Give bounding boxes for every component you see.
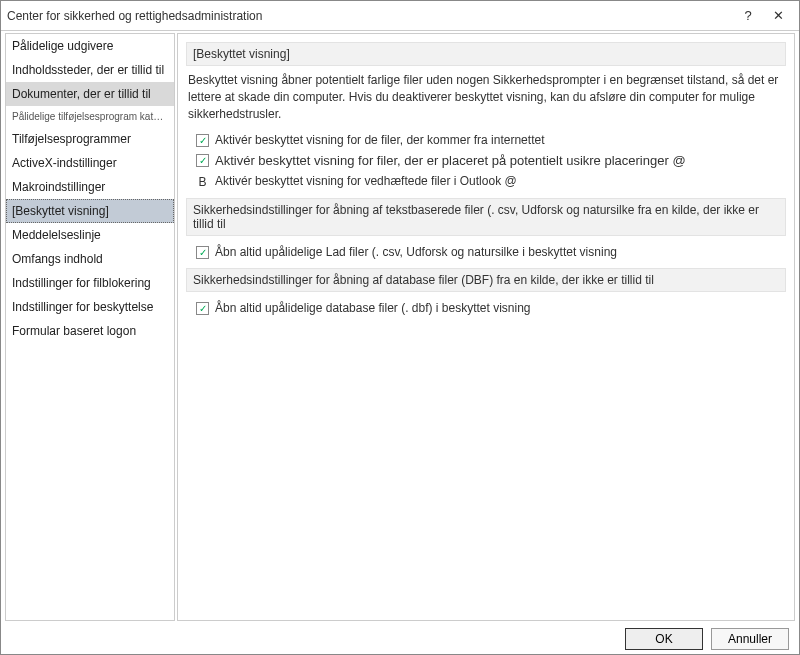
titlebar: Center for sikkerhed og rettighedsadmini…	[1, 1, 799, 31]
sidebar-item-message-bar[interactable]: Meddelelseslinje	[6, 223, 174, 247]
checkbox-icon[interactable]	[196, 134, 209, 147]
help-icon[interactable]: ?	[733, 2, 763, 30]
window-title: Center for sikkerhed og rettighedsadmini…	[7, 9, 262, 23]
option-label: Aktivér beskyttet visning for filer, der…	[215, 153, 686, 168]
option-open-untrusted-dbf-pv[interactable]: Åbn altid upålidelige database filer (. …	[186, 298, 786, 318]
sidebar-item-addins[interactable]: Tilføjelsesprogrammer	[6, 127, 174, 151]
section-header-protected-view: [Beskyttet visning]	[186, 42, 786, 66]
sidebar-item-file-block-settings[interactable]: Indstillinger for filblokering	[6, 271, 174, 295]
sidebar-item-protected-view[interactable]: [Beskyttet visning]	[6, 199, 174, 223]
option-enable-pv-unsafe-locations[interactable]: Aktivér beskyttet visning for filer, der…	[186, 150, 786, 171]
option-open-untrusted-text-files-pv[interactable]: Åbn altid upålidelige Lad filer (. csv, …	[186, 242, 786, 262]
option-label: Aktivér beskyttet visning for de filer, …	[215, 133, 544, 147]
footer: OK Annuller	[1, 623, 799, 655]
content-panel: [Beskyttet visning] Beskyttet visning åb…	[177, 33, 795, 621]
sidebar-item-external-content[interactable]: Omfangs indhold	[6, 247, 174, 271]
section-header-dbf-files: Sikkerhedsindstillinger for åbning af da…	[186, 268, 786, 292]
sidebar-item-trusted-documents[interactable]: Dokumenter, der er tillid til	[6, 82, 174, 106]
sidebar-item-form-based-signin[interactable]: Formular baseret logon	[6, 319, 174, 343]
cancel-button[interactable]: Annuller	[711, 628, 789, 650]
sidebar: Pålidelige udgivere Indholdssteder, der …	[5, 33, 175, 621]
sidebar-item-privacy-options[interactable]: Indstillinger for beskyttelse	[6, 295, 174, 319]
checkbox-icon[interactable]	[196, 302, 209, 315]
sidebar-item-trusted-addin-catalogs[interactable]: Pålidelige tilføjelsesprogram kataloger	[6, 106, 174, 127]
ok-button[interactable]: OK	[625, 628, 703, 650]
option-enable-pv-outlook-attachments[interactable]: B Aktivér beskyttet visning for vedhæfte…	[186, 171, 786, 192]
sidebar-item-trusted-locations[interactable]: Indholdssteder, der er tillid til	[6, 58, 174, 82]
protected-view-description: Beskyttet visning åbner potentielt farli…	[188, 72, 784, 122]
checkbox-icon[interactable]	[196, 246, 209, 259]
bullet-icon: B	[196, 175, 209, 189]
close-icon[interactable]: ✕	[763, 2, 793, 30]
sidebar-item-activex-settings[interactable]: ActiveX-indstillinger	[6, 151, 174, 175]
option-label: Åbn altid upålidelige database filer (. …	[215, 301, 531, 315]
option-label: Aktivér beskyttet visning for vedhæftede…	[215, 174, 517, 188]
sidebar-item-trusted-publishers[interactable]: Pålidelige udgivere	[6, 34, 174, 58]
sidebar-item-macro-settings[interactable]: Makroindstillinger	[6, 175, 174, 199]
section-header-text-files: Sikkerhedsindstillinger for åbning af te…	[186, 198, 786, 236]
checkbox-icon[interactable]	[196, 154, 209, 167]
option-label: Åbn altid upålidelige Lad filer (. csv, …	[215, 245, 617, 259]
option-enable-pv-internet[interactable]: Aktivér beskyttet visning for de filer, …	[186, 130, 786, 150]
